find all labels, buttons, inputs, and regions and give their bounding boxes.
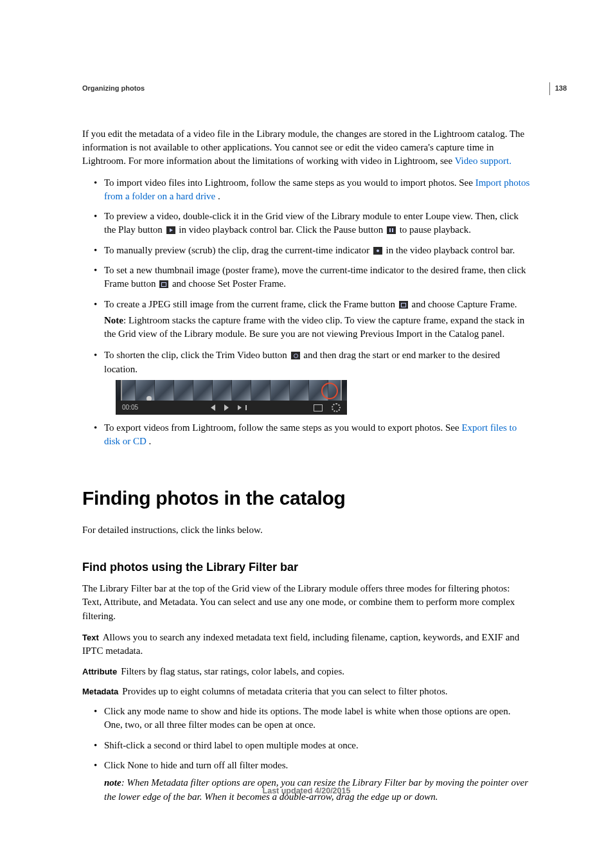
definition-metadata: MetadataProvides up to eight columns of … xyxy=(82,685,531,698)
video-controls: 00:05 xyxy=(116,401,347,415)
text: To create a JPEG still image from the cu… xyxy=(104,299,398,309)
pause-icon xyxy=(387,226,396,234)
text: in video playback control bar. Click the… xyxy=(179,224,386,235)
frame-icon xyxy=(399,301,408,309)
trim-start-marker[interactable] xyxy=(116,380,122,401)
play-icon xyxy=(166,226,175,234)
text: in the video playback control bar. xyxy=(386,245,515,255)
trim-icon xyxy=(291,352,300,359)
definition-text: TextAllows you to search any indexed met… xyxy=(82,631,531,658)
playhead-icon xyxy=(373,247,382,255)
list-item: To import video files into Lightroom, fo… xyxy=(94,176,531,204)
frame-icon xyxy=(159,280,168,288)
text: and choose Set Poster Frame. xyxy=(172,278,286,289)
video-frames xyxy=(116,380,347,401)
highlight-circle xyxy=(321,383,338,399)
section-sub: For detailed instructions, click the lin… xyxy=(82,523,531,537)
subsection-heading: Find photos using the Library Filter bar xyxy=(82,559,531,576)
video-support-link[interactable]: Video support. xyxy=(455,156,511,166)
def-body: Allows you to search any indexed metadat… xyxy=(82,632,519,656)
text: and choose Capture Frame. xyxy=(411,299,517,309)
note-text: : Lightroom stacks the capture frame wit… xyxy=(104,315,524,339)
text: . xyxy=(147,436,152,446)
text: To export videos from Lightroom, follow … xyxy=(104,422,461,433)
list-item: Click any mode name to show and hide its… xyxy=(94,705,531,732)
list-item: To export videos from Lightroom, follow … xyxy=(94,421,531,449)
playhead-marker[interactable] xyxy=(147,396,152,401)
footer: Last updated 4/20/2015 xyxy=(0,786,613,797)
text: To shorten the clip, click the Trim Vide… xyxy=(104,350,290,360)
video-trim-strip: 00:05 xyxy=(116,380,347,415)
def-body: Filters by flag status, star ratings, co… xyxy=(121,666,344,676)
text: To import video files into Lightroom, fo… xyxy=(104,177,475,188)
note-paragraph: Note: Lightroom stacks the capture frame… xyxy=(104,314,531,341)
filter-intro: The Library Filter bar at the top of the… xyxy=(82,582,531,623)
text: . xyxy=(215,191,220,201)
list-item: To set a new thumbnail image (poster fra… xyxy=(94,264,531,291)
note-label: Note xyxy=(104,315,123,325)
text: Click None to hide and turn off all filt… xyxy=(104,760,288,770)
step-back-icon[interactable] xyxy=(211,404,215,411)
def-term: Metadata xyxy=(82,687,118,696)
def-term: Text xyxy=(82,633,99,642)
trim-end-marker[interactable] xyxy=(341,380,347,401)
section-heading: Finding photos in the catalog xyxy=(82,485,531,512)
running-head: Organizing photos xyxy=(82,84,531,94)
def-term: Attribute xyxy=(82,667,117,676)
text: To manually preview (scrub) the clip, dr… xyxy=(104,245,372,255)
play-icon[interactable] xyxy=(224,404,229,411)
page-number: 138 xyxy=(549,82,567,95)
top-bullet-list: To import video files into Lightroom, fo… xyxy=(82,176,531,449)
text: to pause playback. xyxy=(400,224,471,235)
list-item: Shift-click a second or third label to o… xyxy=(94,739,531,752)
list-item: To shorten the clip, click the Trim Vide… xyxy=(94,348,531,415)
step-forward-icon[interactable] xyxy=(238,405,242,410)
frame-button-icon[interactable] xyxy=(314,404,323,411)
list-item: To manually preview (scrub) the clip, dr… xyxy=(94,244,531,257)
definition-attribute: AttributeFilters by flag status, star ra… xyxy=(82,665,531,678)
page: 138 Organizing photos If you edit the me… xyxy=(0,0,613,868)
list-item: To create a JPEG still image from the cu… xyxy=(94,298,531,341)
intro-paragraph: If you edit the metadata of a video file… xyxy=(82,127,531,168)
current-time: 00:05 xyxy=(122,403,138,412)
list-item: To preview a video, double-click it in t… xyxy=(94,210,531,237)
gear-icon[interactable] xyxy=(332,403,341,412)
def-body: Provides up to eight columns of metadata… xyxy=(122,686,447,696)
